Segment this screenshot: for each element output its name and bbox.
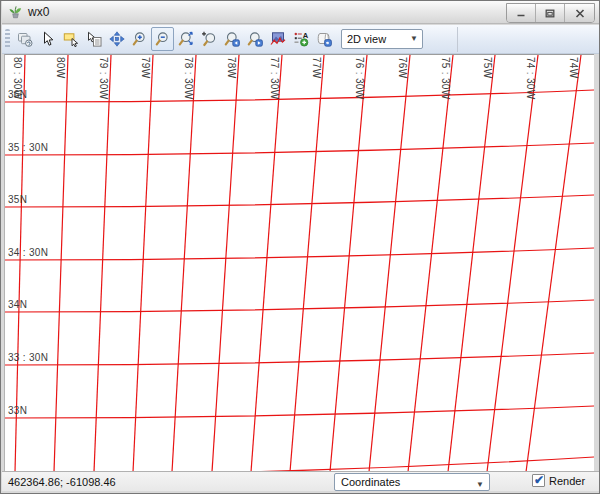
parallel-line <box>5 300 594 312</box>
minimize-button[interactable] <box>507 4 536 22</box>
pan-button[interactable] <box>105 27 128 51</box>
maximize-icon <box>545 9 555 18</box>
histogram-button[interactable] <box>266 27 289 51</box>
toolbar-divider <box>457 27 458 52</box>
render-checkbox[interactable]: ✔ <box>532 474 545 487</box>
meridian-line <box>290 55 324 471</box>
select-list-button[interactable] <box>82 27 105 51</box>
latitude-label: 36N <box>8 89 27 100</box>
latitude-label: 34 : 30N <box>8 247 48 258</box>
annotation-button[interactable]: A <box>289 27 312 51</box>
chevron-down-icon: ▼ <box>410 34 418 43</box>
longitude-label: 74W <box>568 57 579 78</box>
zoom-full-extent-icon <box>178 31 194 47</box>
zoom-out-button[interactable] <box>151 27 174 51</box>
close-button[interactable] <box>565 4 594 22</box>
select-region-icon <box>63 31 79 47</box>
longitude-label: 77 : 30W <box>269 57 280 99</box>
duplicate-view-icon <box>17 31 33 47</box>
longitude-label: 76W <box>397 57 408 78</box>
meridian-line <box>251 55 282 471</box>
meridian-line <box>526 55 581 471</box>
window-controls <box>506 3 595 23</box>
zoom-in-icon <box>132 31 148 47</box>
zoom-next-icon <box>247 31 263 47</box>
app-icon <box>8 5 23 20</box>
longitude-label: 80W <box>55 57 66 78</box>
longitude-label: 74 : 30W <box>525 57 536 99</box>
longitude-label: 76 : 30W <box>354 57 365 99</box>
meridian-line <box>448 55 495 471</box>
longitude-label: 78 : 30W <box>183 57 194 99</box>
zoom-previous-icon <box>224 31 240 47</box>
toolbar-grip[interactable] <box>5 29 10 49</box>
parallel-line <box>5 90 594 102</box>
parallel-line <box>5 406 594 418</box>
title-bar[interactable]: wx0 <box>2 1 600 24</box>
render-label: Render <box>549 475 585 487</box>
meridian-line <box>369 55 410 471</box>
longitude-label: 79W <box>140 57 151 78</box>
toolbar: A 2D view ▼ <box>2 25 600 54</box>
check-icon: ✔ <box>534 473 544 487</box>
parallel-line <box>5 248 594 260</box>
graticule <box>5 55 594 471</box>
latitude-label: 35 : 30N <box>8 142 48 153</box>
parallel-line <box>5 143 594 155</box>
meridian-line <box>408 55 453 471</box>
parallel-line <box>5 195 594 207</box>
histogram-icon <box>270 31 286 47</box>
select-list-icon <box>86 31 102 47</box>
zoom-next-button[interactable] <box>243 27 266 51</box>
annotation-icon: A <box>293 31 309 47</box>
longitude-label: 77W <box>311 57 322 78</box>
render-toggle[interactable]: ✔ Render <box>532 474 585 487</box>
layer-manager-icon <box>316 31 332 47</box>
meridian-line <box>133 55 153 471</box>
pan-icon <box>109 31 125 47</box>
map-view[interactable]: 80 : 30W80W79 : 30W79W78 : 30W78W77 : 30… <box>4 54 594 471</box>
longitude-label: 78W <box>226 57 237 78</box>
zoom-window-button[interactable] <box>197 27 220 51</box>
view-mode-value: 2D view <box>347 33 386 45</box>
zoom-out-icon <box>155 31 171 47</box>
select-cursor-button[interactable] <box>36 27 59 51</box>
meridian-line <box>172 55 196 471</box>
meridian-line <box>330 55 367 471</box>
view-mode-select[interactable]: 2D view ▼ <box>341 29 423 49</box>
maximize-button[interactable] <box>536 4 565 22</box>
zoom-previous-button[interactable] <box>220 27 243 51</box>
latitude-label: 33 : 30N <box>8 352 48 363</box>
longitude-label: 75W <box>482 57 493 78</box>
layer-manager-button[interactable] <box>312 27 335 51</box>
latitude-label: 33N <box>8 405 27 416</box>
status-bar: 462364.86; -61098.46 Coordinates ▼ ✔ Ren… <box>2 471 600 491</box>
latitude-label: 35N <box>8 194 27 205</box>
longitude-label: 79 : 30W <box>98 57 109 99</box>
meridian-line <box>54 55 68 471</box>
zoom-in-button[interactable] <box>128 27 151 51</box>
close-icon <box>575 9 585 18</box>
zoom-full-extent-button[interactable] <box>174 27 197 51</box>
minimize-icon <box>516 9 526 18</box>
app-window: wx0 <box>0 0 600 494</box>
latitude-label: 34N <box>8 299 27 310</box>
cursor-icon <box>40 31 56 47</box>
meridian-line <box>212 55 239 471</box>
parallel-line <box>5 457 594 471</box>
coordinate-readout: 462364.86; -61098.46 <box>8 476 116 488</box>
duplicate-view-button[interactable] <box>13 27 36 51</box>
window-title: wx0 <box>28 5 49 19</box>
zoom-window-icon <box>201 31 217 47</box>
meridian-line <box>94 55 111 471</box>
coordinate-mode-select[interactable]: Coordinates ▼ <box>334 473 490 491</box>
select-region-button[interactable] <box>59 27 82 51</box>
longitude-label: 75 : 30W <box>440 57 451 99</box>
coordinate-mode-value: Coordinates <box>341 476 400 488</box>
